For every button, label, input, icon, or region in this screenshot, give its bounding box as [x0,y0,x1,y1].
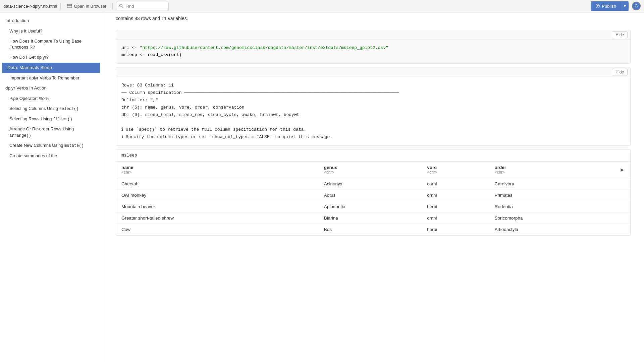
topbar-separator [60,3,61,9]
cell-genus: Bos [319,224,422,235]
content-area: contains 83 rows and 11 variables. Hide … [102,12,644,362]
code-block-1-header: Hide [116,30,630,40]
find-input[interactable] [125,4,166,9]
output-line-4: chr (5): name, genus, vore, order, conse… [121,104,625,111]
output-line-6 [121,119,625,126]
code-block-1: Hide url <- "https://raw.githubuserconte… [116,30,631,64]
output-line-2: ── Column specification ────────────────… [121,89,625,97]
sidebar-item-introduction[interactable]: Introduction [0,16,102,26]
cell-genus: Aplodontia [319,201,422,213]
output-line-8: ℹ Specify the column types or set `show_… [121,133,625,141]
cell-more [614,213,630,224]
publish-dropdown-button[interactable]: ▾ [621,1,629,11]
cell-more [614,178,630,190]
output-line-5: dbl (6): sleep_total, sleep_rem, sleep_c… [121,111,625,119]
hide-button-1[interactable]: Hide [612,32,628,38]
output-line-3: Delimiter: "," [121,97,625,104]
svg-line-3 [122,7,124,8]
table-label: msleep [116,149,630,162]
sidebar-item-how-compare[interactable]: How Does It Compare To Using Base Functi… [0,36,102,52]
sidebar-item-create-summaries[interactable]: Create summaries of the [0,151,102,161]
sidebar-item-selecting-columns[interactable]: Selecting Columns Using select() [0,104,102,114]
cell-vore: omni [422,190,489,201]
sidebar-item-pipe-operator[interactable]: Pipe Operator: %>% [0,94,102,104]
col-header-vore: vore<chr> [422,162,489,178]
expand-columns-button[interactable]: ► [620,167,625,173]
cell-more [614,201,630,213]
col-header-order: order<chr> [489,162,614,178]
code-block-1-content: url <- "https://raw.githubusercontent.co… [116,40,630,63]
cell-vore: herbi [422,201,489,213]
output-line-1: Rows: 83 Columns: 11 [121,82,625,89]
data-table-wrapper: msleep name<chr> genus<chr> vore<chr> [116,149,631,236]
hide-button-2[interactable]: Hide [612,69,628,75]
find-box[interactable] [116,2,169,10]
open-in-browser-button[interactable]: Open in Browser [64,2,109,10]
cell-vore: carni [422,178,489,190]
publish-icon [595,4,600,8]
intro-text: contains 83 rows and 11 variables. [102,12,644,26]
output-block-header: Hide [116,67,630,77]
svg-point-2 [120,4,122,7]
table-row: Greater short-tailed shrew Blarina omni … [116,213,630,224]
sidebar-item-arrange-rows[interactable]: Arrange Or Re-order Rows Using arrange() [0,124,102,140]
cell-genus: Aotus [319,190,422,201]
svg-text:G: G [635,4,638,8]
table-header-row: name<chr> genus<chr> vore<chr> order<chr… [116,162,630,178]
main-layout: Introduction Why Is It Useful? How Does … [0,12,644,362]
cell-more [614,224,630,235]
cell-name: Mountain beaver [116,201,319,213]
sidebar-item-dplyr-verbs[interactable]: dplyr Verbs In Action [0,83,102,94]
table-row: Cheetah Acinonyx carni Carnivora [116,178,630,190]
output-block: Hide Rows: 83 Columns: 11 ── Column spec… [116,67,631,146]
sidebar-item-selecting-rows[interactable]: Selecting Rows Using filter() [0,114,102,124]
user-icon: G [633,2,640,10]
table-row: Mountain beaver Aplodontia herbi Rodenti… [116,201,630,213]
topbar-separator-2 [112,3,113,9]
cell-name: Owl monkey [116,190,319,201]
svg-rect-0 [67,4,72,8]
table-body: Cheetah Acinonyx carni Carnivora Owl mon… [116,178,630,235]
publish-button[interactable]: Publish [591,1,621,11]
table-header: name<chr> genus<chr> vore<chr> order<chr… [116,162,630,178]
table-row: Owl monkey Aotus omni Primates [116,190,630,201]
cell-order: Artiodactyla [489,224,614,235]
cell-name: Cow [116,224,319,235]
sidebar-item-create-columns[interactable]: Create New Columns Using mutate() [0,140,102,151]
col-header-name: name<chr> [116,162,319,178]
topbar-filename: data-science-r-dplyr.nb.html [3,4,57,9]
output-text: Rows: 83 Columns: 11 ── Column specifica… [116,77,630,146]
sidebar-item-how-get[interactable]: How Do I Get dplyr? [0,52,102,62]
sidebar-item-data-mammals[interactable]: Data: Mammals Sleep [2,63,100,73]
sidebar: Introduction Why Is It Useful? How Does … [0,12,102,362]
table-row: Cow Bos herbi Artiodactyla [116,224,630,235]
cell-vore: omni [422,213,489,224]
cell-genus: Acinonyx [319,178,422,190]
output-line-7: ℹ Use `spec()` to retrieve the full colu… [121,126,625,133]
cell-name: Greater short-tailed shrew [116,213,319,224]
data-table: name<chr> genus<chr> vore<chr> order<chr… [116,162,630,235]
col-header-genus: genus<chr> [319,162,422,178]
user-avatar: G [632,2,641,10]
sidebar-item-important-verbs[interactable]: Important dplyr Verbs To Remember [0,73,102,83]
cell-genus: Blarina [319,213,422,224]
cell-order: Soricomorpha [489,213,614,224]
search-icon [119,4,124,8]
browser-icon [67,3,72,9]
cell-order: Carnivora [489,178,614,190]
cell-vore: herbi [422,224,489,235]
topbar: data-science-r-dplyr.nb.html Open in Bro… [0,0,644,12]
cell-order: Primates [489,190,614,201]
cell-more [614,190,630,201]
sidebar-item-why-useful[interactable]: Why Is It Useful? [0,26,102,36]
col-header-more: ► [614,162,630,178]
cell-order: Rodentia [489,201,614,213]
cell-name: Cheetah [116,178,319,190]
